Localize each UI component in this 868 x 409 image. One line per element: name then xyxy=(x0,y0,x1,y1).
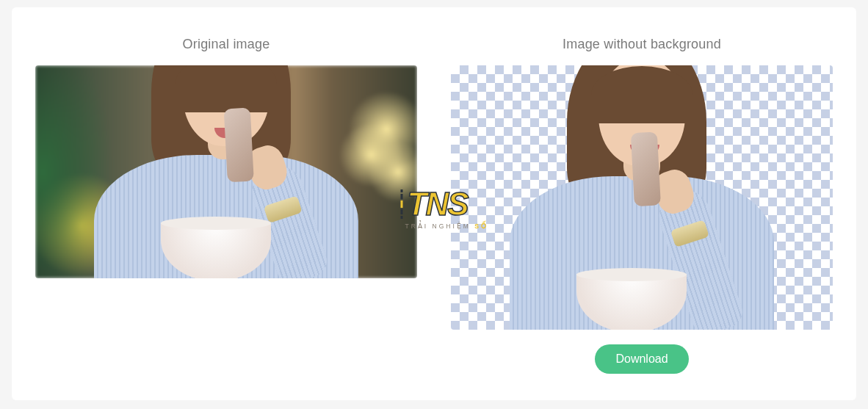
original-heading: Original image xyxy=(183,37,270,52)
original-image xyxy=(35,65,417,278)
download-button[interactable]: Download xyxy=(595,344,688,374)
result-actions: Download xyxy=(595,344,688,374)
original-subject xyxy=(94,65,358,278)
result-subject xyxy=(510,65,774,330)
result-card: Original image xyxy=(12,7,856,400)
result-column: Image without background xyxy=(449,37,834,378)
comparison-columns: Original image xyxy=(34,37,834,378)
result-image xyxy=(451,65,833,330)
result-heading: Image without background xyxy=(563,37,721,52)
original-column: Original image xyxy=(34,37,419,378)
